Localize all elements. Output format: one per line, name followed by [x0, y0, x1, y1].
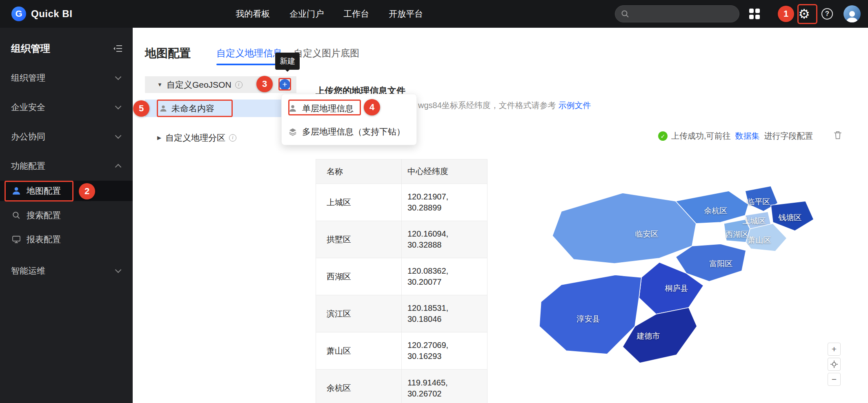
active-tab-underline — [216, 64, 282, 65]
upload-success-message: ✓ 上传成功,可前往数据集进行字段配置 — [658, 131, 813, 142]
menu-item-single-layer-geo[interactable]: 单层地理信息 — [282, 97, 416, 120]
trash-icon[interactable] — [832, 130, 843, 142]
menu-item-multi-layer-geo[interactable]: 多层地理信息（支持下钻） — [282, 120, 416, 143]
report-config-icon — [11, 234, 22, 245]
sidebar-item-map-config[interactable]: 地图配置 — [0, 181, 133, 201]
table-row[interactable]: 西湖区 120.08362, 30.20077 — [316, 258, 487, 295]
tree-item-label: 未命名内容 — [171, 103, 214, 114]
cell-coord: 119.91465, 30.26702 — [402, 370, 487, 403]
caret-right-icon[interactable]: ▶ — [157, 135, 161, 141]
new-tooltip: 新建 — [275, 53, 300, 70]
col-header-coord: 中心经纬度 — [402, 159, 487, 184]
sidebar-item-office-collaboration[interactable]: 办公协同 — [0, 127, 133, 146]
zoom-out-button[interactable]: − — [828, 373, 841, 386]
zoom-in-button[interactable]: + — [828, 343, 841, 356]
sidebar: 组织管理 组织管理 企业安全 办公协同 功能配置 地图配置 — [0, 28, 133, 403]
top-navigation: 我的看板 企业门户 工作台 开放平台 — [236, 8, 423, 20]
sidebar-item-label: 智能运维 — [11, 265, 45, 277]
sidebar-item-enterprise-security[interactable]: 企业安全 — [0, 97, 133, 117]
tree-group-geojson[interactable]: ▼ 自定义GeoJSON i + — [145, 76, 296, 93]
caret-down-icon[interactable]: ▼ — [157, 82, 162, 88]
success-check-icon: ✓ — [658, 131, 668, 141]
chevron-down-icon — [115, 133, 122, 139]
sidebar-item-label: 企业安全 — [11, 102, 45, 113]
tab-custom-geo-info[interactable]: 自定义地理信息 — [216, 47, 282, 60]
col-header-name: 名称 — [316, 159, 402, 184]
sidebar-item-feature-config[interactable]: 功能配置 — [0, 156, 133, 176]
layers-icon — [288, 127, 297, 136]
map-svg — [500, 162, 827, 395]
table-row[interactable]: 滨江区 120.18531, 30.18046 — [316, 295, 487, 332]
map-zoom-controls: + − — [828, 343, 841, 386]
avatar-person-icon — [845, 9, 859, 22]
cell-coord: 120.16094, 30.32888 — [402, 221, 487, 258]
locate-button[interactable] — [828, 358, 841, 371]
success-text: 上传成功,可前往 — [671, 131, 731, 142]
table-header-row: 名称 中心经纬度 — [316, 159, 487, 184]
apps-grid-icon[interactable] — [749, 9, 760, 19]
info-icon[interactable]: i — [235, 81, 243, 89]
chevron-down-icon — [115, 74, 122, 80]
geo-table: 名称 中心经纬度 上城区 120.21907, 30.28899 拱墅区 120… — [316, 159, 487, 403]
nav-dashboard[interactable]: 我的看板 — [236, 8, 270, 20]
search-input[interactable] — [632, 9, 733, 18]
quickbi-logo[interactable]: G Quick BI — [11, 7, 72, 21]
tab-custom-image-basemap[interactable]: 自定义图片底图 — [294, 47, 359, 60]
table-row[interactable]: 上城区 120.21907, 30.28899 — [316, 184, 487, 221]
chevron-up-icon — [115, 164, 122, 170]
cell-coord: 120.18531, 30.18046 — [402, 295, 487, 332]
sample-file-link[interactable]: 示例文件 — [558, 101, 591, 110]
sidebar-title: 组织管理 — [11, 42, 50, 55]
tree-group-label: 自定义地理分区 — [165, 132, 225, 144]
nav-portal[interactable]: 企业门户 — [289, 8, 324, 20]
upload-hint: wgs84坐标系经纬度，文件格式请参考 示例文件 — [418, 100, 591, 111]
tree-group-partition[interactable]: ▶ 自定义地理分区 i — [145, 129, 296, 146]
cell-name: 余杭区 — [316, 370, 402, 403]
success-suffix: 进行字段配置 — [764, 131, 813, 142]
page-title: 地图配置 — [145, 46, 191, 61]
logo-icon: G — [11, 7, 26, 21]
cell-name: 拱墅区 — [316, 221, 402, 258]
map-district-qiantang[interactable] — [771, 201, 814, 231]
main-content: 地图配置 自定义地理信息 自定义图片底图 ▼ 自定义GeoJSON i + 未命… — [133, 28, 868, 403]
create-menu: 单层地理信息 多层地理信息（支持下钻） — [281, 94, 417, 145]
help-icon[interactable]: ? — [821, 8, 833, 20]
sidebar-item-report-config[interactable]: 报表配置 — [0, 230, 133, 249]
tree-group-label: 自定义GeoJSON — [167, 79, 231, 91]
sidebar-item-label: 办公协同 — [11, 131, 45, 142]
cell-name: 滨江区 — [316, 295, 402, 332]
cell-coord: 120.08362, 30.20077 — [402, 258, 487, 295]
cell-name: 西湖区 — [316, 258, 402, 295]
search-config-icon — [11, 210, 22, 221]
sidebar-item-label: 报表配置 — [27, 234, 61, 245]
global-search[interactable] — [615, 5, 739, 22]
gear-icon[interactable]: ⚙ — [798, 7, 810, 20]
add-geojson-button[interactable]: + — [279, 79, 290, 90]
table-row[interactable]: 余杭区 119.91465, 30.26702 — [316, 370, 487, 403]
hangzhou-map: 临安区 余杭区 临平区 钱塘区 上城区 西湖区 萧山区 富阳区 桐庐县 淳安县 … — [500, 162, 827, 395]
map-district-linan[interactable] — [552, 193, 696, 264]
map-district-xihu[interactable] — [724, 219, 750, 242]
nav-workbench[interactable]: 工作台 — [343, 8, 369, 20]
info-icon[interactable]: i — [229, 134, 236, 142]
chevron-down-icon — [115, 103, 122, 110]
search-icon — [621, 10, 629, 18]
menu-item-label: 多层地理信息（支持下钻） — [302, 126, 405, 137]
sidebar-item-org-management[interactable]: 组织管理 — [0, 68, 133, 88]
sidebar-item-intelligent-ops[interactable]: 智能运维 — [0, 261, 133, 281]
topbar: G Quick BI 我的看板 企业门户 工作台 开放平台 ⚙ ? — [0, 0, 868, 28]
map-pin-person-icon — [11, 186, 22, 196]
sidebar-item-label: 地图配置 — [27, 185, 61, 197]
dataset-link[interactable]: 数据集 — [735, 131, 760, 142]
tree-item-unnamed[interactable]: 未命名内容 — [145, 100, 296, 117]
nav-open-platform[interactable]: 开放平台 — [389, 8, 423, 20]
sidebar-item-label: 组织管理 — [11, 72, 45, 84]
sidebar-collapse-icon[interactable] — [113, 45, 123, 54]
user-avatar[interactable] — [844, 5, 861, 22]
table-row[interactable]: 萧山区 120.27069, 30.16293 — [316, 332, 487, 370]
menu-item-label: 单层地理信息 — [302, 103, 354, 114]
app-root: G Quick BI 我的看板 企业门户 工作台 开放平台 ⚙ ? 组织管理 组… — [0, 0, 868, 403]
sidebar-item-search-config[interactable]: 搜索配置 — [0, 206, 133, 225]
hint-text: wgs84坐标系经纬度，文件格式请参考 — [418, 101, 558, 110]
table-row[interactable]: 拱墅区 120.16094, 30.32888 — [316, 221, 487, 258]
